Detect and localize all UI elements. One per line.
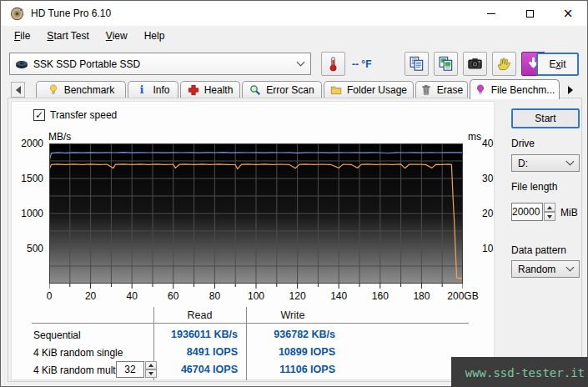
transfer-speed-label: Transfer speed bbox=[50, 109, 117, 121]
bulb-purple-icon bbox=[475, 84, 486, 96]
screenshot-button[interactable] bbox=[463, 52, 487, 76]
tab-label: File Benchm... bbox=[491, 84, 555, 96]
selected-device: SSK SSD Portable SSD bbox=[33, 58, 298, 70]
close-button[interactable]: × bbox=[549, 1, 587, 26]
random-single-read-value: 8491 IOPS bbox=[153, 346, 238, 358]
tab-label: Erase bbox=[437, 84, 463, 96]
minimize-button[interactable] bbox=[472, 1, 510, 26]
file-length-unit: MiB bbox=[560, 207, 578, 219]
tab-label: Info bbox=[153, 84, 169, 96]
data-pattern-select[interactable]: Random bbox=[511, 260, 580, 278]
menu-view[interactable]: View bbox=[98, 27, 136, 45]
arrow-left-icon bbox=[16, 86, 21, 94]
file-length-up-button[interactable] bbox=[544, 203, 555, 212]
copy-text-button[interactable] bbox=[405, 52, 429, 76]
camera-icon bbox=[467, 56, 483, 72]
tab-health[interactable]: Health bbox=[180, 81, 240, 98]
transfer-speed-chart bbox=[49, 143, 463, 290]
data-pattern-label: Data pattern bbox=[511, 244, 566, 256]
tab-label: Folder Usage bbox=[347, 84, 407, 96]
minimize-icon bbox=[487, 13, 495, 14]
axis-tick-label: 1500 bbox=[21, 173, 43, 184]
table-header-divider bbox=[32, 323, 469, 324]
exit-button[interactable]: Exit bbox=[536, 53, 579, 76]
arrow-down-icon bbox=[547, 215, 552, 219]
info-icon: i bbox=[136, 84, 148, 96]
queue-depth-spinner bbox=[116, 361, 157, 378]
file-length-down-button[interactable] bbox=[544, 212, 555, 221]
close-icon: × bbox=[563, 8, 574, 20]
temperature-value: -- °F bbox=[352, 58, 371, 70]
maximize-button[interactable] bbox=[510, 1, 549, 26]
x-axis-tick-labels: 020406080100120140160180200GB bbox=[12, 290, 512, 302]
y-left-axis-title: MB/s bbox=[48, 131, 71, 143]
axis-tick-label: 1000 bbox=[21, 208, 43, 219]
app-icon bbox=[10, 7, 24, 21]
file-length-input[interactable] bbox=[511, 203, 543, 221]
tabstrip: Benchmark i Info Health Error Scan bbox=[1, 79, 587, 98]
axis-tick-label: 200GB bbox=[438, 290, 488, 302]
hdtune-window: HD Tune Pro 6.10 × File Start Test View … bbox=[0, 0, 588, 387]
copy-image-button[interactable] bbox=[434, 52, 458, 76]
axis-tick-label: 10 bbox=[482, 243, 493, 254]
drive-combobox[interactable]: SSK SSD Portable SSD bbox=[9, 53, 311, 75]
svg-text:i: i bbox=[140, 84, 144, 96]
watermark-text: www.ssd-tester.it bbox=[465, 366, 585, 379]
random-multi-read-value: 46704 IOPS bbox=[153, 364, 238, 375]
copy-image-icon bbox=[438, 56, 454, 72]
row-label-random-single: 4 KiB random single bbox=[33, 347, 123, 359]
tab-folder-usage[interactable]: Folder Usage bbox=[324, 81, 414, 98]
copy-text-icon bbox=[409, 56, 425, 72]
drive-select[interactable]: D: bbox=[511, 154, 580, 172]
hand-button[interactable] bbox=[492, 52, 516, 76]
axis-tick-label: 2000 bbox=[21, 138, 43, 149]
row-label-sequential: Sequential bbox=[33, 329, 81, 341]
menubar: File Start Test View Help bbox=[1, 26, 587, 46]
chevron-down-icon bbox=[297, 58, 305, 67]
file-length-spinner bbox=[544, 203, 555, 221]
arrow-right-icon bbox=[568, 86, 573, 94]
tab-info[interactable]: i Info bbox=[128, 81, 178, 98]
tab-label: Error Scan bbox=[266, 84, 314, 96]
axis-tick-label: 20 bbox=[482, 208, 493, 219]
sequential-read-value: 1936011 KB/s bbox=[153, 329, 238, 340]
random-multi-write-value: 11106 IOPS bbox=[251, 364, 335, 375]
file-length-label: File length bbox=[511, 181, 557, 193]
tab-label: Benchmark bbox=[64, 84, 115, 96]
trash-icon bbox=[420, 84, 432, 96]
tab-erase[interactable]: Erase bbox=[415, 81, 468, 98]
table-column-divider bbox=[246, 307, 247, 380]
watermark: www.ssd-tester.it bbox=[451, 357, 588, 387]
hand-icon bbox=[496, 56, 512, 72]
menu-start-test[interactable]: Start Test bbox=[38, 27, 97, 45]
titlebar: HD Tune Pro 6.10 × bbox=[1, 1, 587, 26]
sequential-write-value: 936782 KB/s bbox=[251, 329, 335, 340]
y-right-tick-labels: 40302010 bbox=[482, 102, 507, 302]
axis-tick-label: 30 bbox=[482, 173, 493, 184]
queue-depth-input[interactable] bbox=[116, 361, 144, 378]
tab-benchmark[interactable]: Benchmark bbox=[36, 81, 126, 98]
tab-scroll-right-button[interactable] bbox=[563, 82, 577, 98]
row-label-random-multi: 4 KiB random multi bbox=[33, 364, 118, 376]
tab-scroll-left-button[interactable] bbox=[11, 82, 25, 98]
y-left-tick-labels: 200015001000500 bbox=[12, 102, 45, 302]
tab-error-scan[interactable]: Error Scan bbox=[242, 81, 322, 98]
menu-file[interactable]: File bbox=[6, 27, 38, 45]
bulb-yellow-icon bbox=[48, 84, 59, 96]
arrow-up-icon bbox=[547, 206, 552, 209]
folder-icon bbox=[330, 84, 342, 96]
axis-tick-label: 40 bbox=[482, 138, 493, 149]
y-right-axis-title: ms bbox=[468, 131, 481, 143]
menu-help[interactable]: Help bbox=[136, 27, 173, 45]
read-column-header: Read bbox=[153, 309, 246, 321]
tab-file-benchmark[interactable]: File Benchm... bbox=[470, 79, 560, 99]
tab-label: Health bbox=[204, 84, 234, 96]
temperature-button[interactable] bbox=[321, 52, 345, 76]
chevron-down-icon bbox=[566, 264, 575, 272]
data-pattern-selected-value: Random bbox=[518, 264, 555, 275]
benchmark-groupbox: ✓ Transfer speed MB/s ms 200015001000500… bbox=[11, 101, 495, 380]
start-button[interactable]: Start bbox=[511, 108, 580, 128]
drive-label: Drive bbox=[511, 138, 535, 149]
thermometer-icon bbox=[325, 56, 341, 72]
random-single-write-value: 10899 IOPS bbox=[251, 346, 335, 358]
